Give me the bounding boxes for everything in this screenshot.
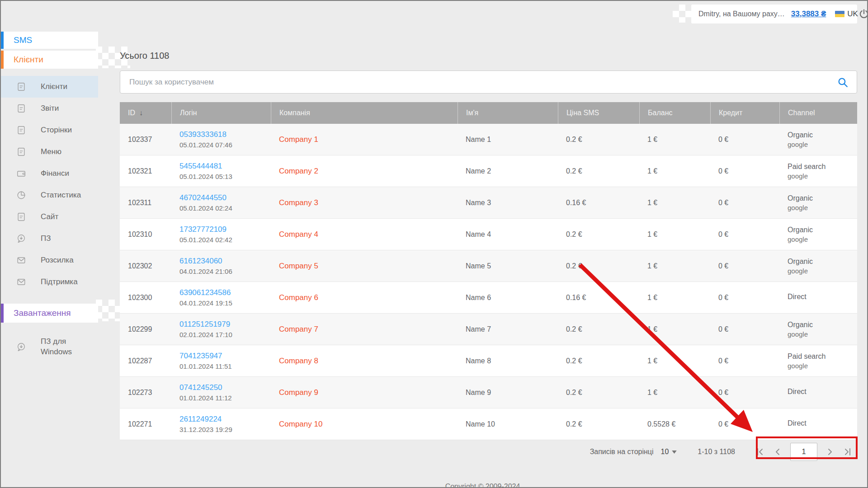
cell-company: Company 8 xyxy=(271,357,458,366)
balance-link[interactable]: 33,3883 ₴ xyxy=(791,9,826,19)
company-link[interactable]: Company 2 xyxy=(279,167,318,175)
channel-value: Organic xyxy=(788,258,858,266)
login-link[interactable]: 0741245250 xyxy=(179,383,271,392)
channel-value: Direct xyxy=(788,419,858,427)
login-link[interactable]: 7041235947 xyxy=(179,352,271,361)
login-link[interactable]: 2611249224 xyxy=(179,415,271,424)
sidebar-item-finance[interactable]: Фінанси xyxy=(1,163,98,184)
column-header-2[interactable]: Компанія xyxy=(271,102,458,124)
channel-value: Organic xyxy=(788,321,858,329)
column-header-0[interactable]: ID↓ xyxy=(120,102,171,124)
section-label: Клієнти xyxy=(14,55,43,65)
sidebar-item-site[interactable]: Сайт xyxy=(1,206,98,228)
company-link[interactable]: Company 9 xyxy=(279,388,318,397)
login-link[interactable]: 639061234586 xyxy=(179,288,271,297)
cell-credit: 0 € xyxy=(710,357,779,365)
company-link[interactable]: Company 4 xyxy=(279,230,318,239)
sidebar-section-sms[interactable]: SMS xyxy=(1,32,98,49)
column-header-4[interactable]: Ціна SMS xyxy=(558,102,639,124)
login-date: 04.01.2024 21:06 xyxy=(179,267,271,275)
sidebar-item-software[interactable]: ПЗ xyxy=(1,228,98,249)
login-link[interactable]: 05393333618 xyxy=(179,130,271,139)
login-link[interactable]: 46702444550 xyxy=(179,193,271,202)
login-link[interactable]: 6161234060 xyxy=(179,257,271,266)
login-link[interactable]: 011251251979 xyxy=(179,320,271,329)
company-link[interactable]: Company 5 xyxy=(279,262,318,270)
company-link[interactable]: Company 8 xyxy=(279,357,318,365)
cell-company: Company 1 xyxy=(271,135,458,144)
cell-balance: 1 € xyxy=(639,357,710,365)
section-label: SMS xyxy=(14,35,32,45)
sidebar-item-clients[interactable]: Клієнти xyxy=(1,76,98,98)
sidebar-section-downloads[interactable]: Завантаження xyxy=(1,304,98,323)
column-header-5[interactable]: Баланс xyxy=(639,102,710,124)
cell-id: 102321 xyxy=(120,167,171,175)
column-header-6[interactable]: Кредит xyxy=(710,102,779,124)
cell-balance: 1 € xyxy=(639,199,710,207)
document-icon xyxy=(16,81,27,92)
cell-id: 102271 xyxy=(120,420,171,428)
cell-name: Name 9 xyxy=(458,389,558,397)
sidebar-item-menu[interactable]: Меню xyxy=(1,141,98,163)
sidebar-section-clients[interactable]: Клієнти xyxy=(1,51,98,69)
table-row: 102321545544448105.01.2024 05:13Company … xyxy=(120,155,857,187)
column-header-1[interactable]: Логін xyxy=(171,102,271,124)
column-header-3[interactable]: Ім'я xyxy=(458,102,558,124)
channel-value: Paid search xyxy=(788,163,858,171)
sidebar-item-pages[interactable]: Сторінки xyxy=(1,119,98,141)
language-label[interactable]: UK xyxy=(847,9,858,19)
sidebar-item-reports[interactable]: Звіти xyxy=(1,98,98,119)
table-row: 102287704123594701.01.2024 11:51Company … xyxy=(120,345,857,377)
previous-page-icon[interactable] xyxy=(769,443,787,461)
sidebar-item-label: Розсилка xyxy=(41,256,74,265)
login-link[interactable]: 5455444481 xyxy=(179,162,271,171)
per-page-value: 10 xyxy=(661,448,669,456)
sidebar-item-label: Клієнти xyxy=(41,82,67,91)
cell-id: 102300 xyxy=(120,294,171,302)
cell-id: 102337 xyxy=(120,136,171,144)
sidebar-item-statistics[interactable]: Статистика xyxy=(1,184,98,206)
sidebar-item-label: ПЗ для Windows xyxy=(41,337,90,357)
cell-credit: 0 € xyxy=(710,230,779,239)
sidebar-item-mailing[interactable]: Розсилка xyxy=(1,249,98,271)
first-page-icon[interactable] xyxy=(750,443,769,461)
column-header-label: ID xyxy=(128,109,135,117)
cell-name: Name 1 xyxy=(458,136,558,144)
cell-channel: Organicgoogle xyxy=(779,194,858,211)
next-page-icon[interactable] xyxy=(821,443,839,461)
sidebar-item-label: Меню xyxy=(41,147,61,156)
page-number-input[interactable] xyxy=(790,443,817,461)
company-link[interactable]: Company 10 xyxy=(279,420,322,428)
column-header-label: Ім'я xyxy=(466,109,478,117)
login-date: 01.01.2024 11:51 xyxy=(179,362,271,370)
cell-channel: Direct xyxy=(779,419,858,429)
search-icon[interactable] xyxy=(837,76,849,88)
column-header-7[interactable]: Channel xyxy=(779,102,858,124)
cell-company: Company 7 xyxy=(271,325,458,334)
cell-company: Company 5 xyxy=(271,262,458,271)
cell-login: 01125125197902.01.2024 17:10 xyxy=(171,320,271,338)
channel-source: google xyxy=(788,172,858,180)
logout-power-icon[interactable] xyxy=(858,8,868,20)
cell-balance: 1 € xyxy=(639,262,710,270)
sidebar-item-software-windows[interactable]: ПЗ для Windows xyxy=(1,333,98,361)
page-title: Усього 1108 xyxy=(120,50,857,61)
company-link[interactable]: Company 6 xyxy=(279,293,318,302)
company-link[interactable]: Company 3 xyxy=(279,198,318,207)
company-link[interactable]: Company 7 xyxy=(279,325,318,333)
login-link[interactable]: 17327772109 xyxy=(179,225,271,234)
caret-down-icon xyxy=(672,450,677,454)
per-page-label: Записів на сторінці xyxy=(590,448,654,456)
channel-source: google xyxy=(788,267,858,275)
company-link[interactable]: Company 1 xyxy=(279,135,318,144)
cell-id: 102310 xyxy=(120,230,171,239)
column-header-label: Компанія xyxy=(279,109,310,117)
sidebar-item-support[interactable]: Підтримка xyxy=(1,271,98,293)
search-input[interactable] xyxy=(128,77,837,87)
per-page-select[interactable]: 10 xyxy=(661,448,677,456)
table-row: 102273074124525001.01.2024 11:12Company … xyxy=(120,377,857,408)
last-page-icon[interactable] xyxy=(839,443,857,461)
channel-value: Organic xyxy=(788,131,858,139)
ukraine-flag-icon[interactable] xyxy=(835,11,844,17)
cell-login: 704123594701.01.2024 11:51 xyxy=(171,352,271,370)
